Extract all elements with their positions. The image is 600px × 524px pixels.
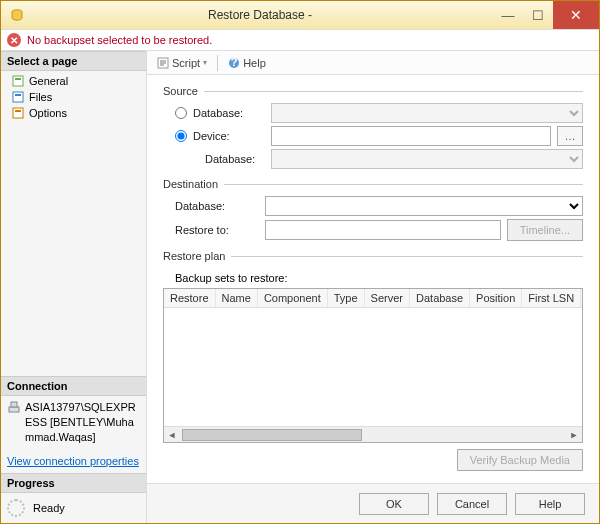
- source-device-radio[interactable]: [175, 130, 187, 142]
- connection-header: Connection: [1, 376, 146, 396]
- source-device-label: Device:: [193, 130, 265, 142]
- help-icon: ?: [228, 57, 240, 69]
- svg-rect-6: [15, 110, 21, 112]
- backup-sets-grid[interactable]: RestoreNameComponentTypeServerDatabasePo…: [163, 288, 583, 443]
- page-label: General: [29, 75, 68, 87]
- error-bar: ✕ No backupset selected to be restored.: [1, 29, 599, 51]
- minimize-button[interactable]: —: [493, 1, 523, 29]
- connection-text: ASIA13797\SQLEXPRESS [BENTLEY\Muhammad.W…: [25, 400, 140, 445]
- svg-rect-2: [15, 78, 21, 80]
- page-icon: [11, 91, 25, 103]
- source-database-label: Database:: [193, 107, 265, 119]
- source-database-radio[interactable]: [175, 107, 187, 119]
- destination-header: Destination: [163, 178, 218, 190]
- grid-column-header[interactable]: Database: [410, 289, 470, 307]
- progress-status: Ready: [33, 502, 65, 514]
- restore-to-label: Restore to:: [175, 224, 259, 236]
- right-panel: Script ▾ ? Help Source Database:: [147, 51, 599, 523]
- svg-text:?: ?: [231, 57, 238, 68]
- close-button[interactable]: ✕: [553, 1, 599, 29]
- app-icon: [7, 8, 27, 22]
- source-group: Source Database: Device: … Datab: [163, 85, 583, 172]
- grid-column-header[interactable]: Server: [365, 289, 410, 307]
- scroll-thumb[interactable]: [182, 429, 362, 441]
- source-db-sub-dropdown: [271, 149, 583, 169]
- error-icon: ✕: [7, 33, 21, 47]
- grid-column-header[interactable]: Restore: [164, 289, 216, 307]
- source-header: Source: [163, 85, 198, 97]
- grid-column-header[interactable]: First LSN: [522, 289, 581, 307]
- connection-info: ASIA13797\SQLEXPRESS [BENTLEY\Muhammad.W…: [1, 396, 146, 449]
- progress-header: Progress: [1, 473, 146, 493]
- help-footer-button[interactable]: Help: [515, 493, 585, 515]
- page-files[interactable]: Files: [1, 89, 146, 105]
- browse-device-button[interactable]: …: [557, 126, 583, 146]
- toolbar: Script ▾ ? Help: [147, 51, 599, 75]
- dialog-footer: OK Cancel Help: [147, 483, 599, 523]
- svg-rect-4: [15, 94, 21, 96]
- page-list: General Files Options: [1, 71, 146, 123]
- select-page-header: Select a page: [1, 51, 146, 71]
- progress-spinner-icon: [7, 499, 25, 517]
- horizontal-scrollbar[interactable]: ◄ ►: [164, 426, 582, 442]
- svg-rect-7: [9, 407, 19, 412]
- server-icon: [7, 401, 21, 413]
- grid-column-header[interactable]: Name: [216, 289, 258, 307]
- page-general[interactable]: General: [1, 73, 146, 89]
- page-label: Files: [29, 91, 52, 103]
- left-panel: Select a page General Files Options Conn…: [1, 51, 147, 523]
- grid-column-header[interactable]: Type: [328, 289, 365, 307]
- page-options[interactable]: Options: [1, 105, 146, 121]
- ellipsis-icon: …: [565, 130, 576, 142]
- backup-sets-caption: Backup sets to restore:: [175, 272, 583, 284]
- error-message: No backupset selected to be restored.: [27, 34, 212, 46]
- script-button[interactable]: Script ▾: [153, 55, 211, 71]
- page-icon: [11, 75, 25, 87]
- window-title: Restore Database -: [27, 8, 493, 22]
- titlebar[interactable]: Restore Database - — ☐ ✕: [1, 1, 599, 29]
- destination-group: Destination Database: Restore to: Timeli…: [163, 178, 583, 244]
- cancel-button[interactable]: Cancel: [437, 493, 507, 515]
- source-device-input[interactable]: [271, 126, 551, 146]
- dest-database-label: Database:: [175, 200, 259, 212]
- script-icon: [157, 57, 169, 69]
- source-db-sub-label: Database:: [193, 153, 265, 165]
- maximize-button[interactable]: ☐: [523, 1, 553, 29]
- help-button[interactable]: ? Help: [224, 55, 270, 71]
- help-label: Help: [243, 57, 266, 69]
- progress-row: Ready: [1, 493, 146, 523]
- dest-database-dropdown[interactable]: [265, 196, 583, 216]
- dropdown-icon: ▾: [203, 58, 207, 67]
- source-database-dropdown: [271, 103, 583, 123]
- svg-rect-3: [13, 92, 23, 102]
- page-icon: [11, 107, 25, 119]
- restore-plan-group: Restore plan Backup sets to restore: Res…: [163, 250, 583, 471]
- restore-plan-header: Restore plan: [163, 250, 225, 262]
- grid-column-header[interactable]: Position: [470, 289, 522, 307]
- script-label: Script: [172, 57, 200, 69]
- grid-column-header[interactable]: Component: [258, 289, 328, 307]
- verify-backup-media-button: Verify Backup Media: [457, 449, 583, 471]
- page-label: Options: [29, 107, 67, 119]
- svg-rect-5: [13, 108, 23, 118]
- scroll-right-arrow[interactable]: ►: [566, 430, 582, 440]
- svg-rect-1: [13, 76, 23, 86]
- grid-body: [164, 308, 582, 426]
- ok-button[interactable]: OK: [359, 493, 429, 515]
- restore-database-window: Restore Database - — ☐ ✕ ✕ No backupset …: [0, 0, 600, 524]
- toolbar-separator: [217, 55, 218, 71]
- view-connection-properties-link[interactable]: View connection properties: [1, 449, 146, 473]
- scroll-left-arrow[interactable]: ◄: [164, 430, 180, 440]
- svg-rect-8: [11, 402, 17, 407]
- timeline-button: Timeline...: [507, 219, 583, 241]
- grid-header: RestoreNameComponentTypeServerDatabasePo…: [164, 289, 582, 308]
- grid-column-header[interactable]: Last LSN: [581, 289, 583, 307]
- restore-to-input: [265, 220, 501, 240]
